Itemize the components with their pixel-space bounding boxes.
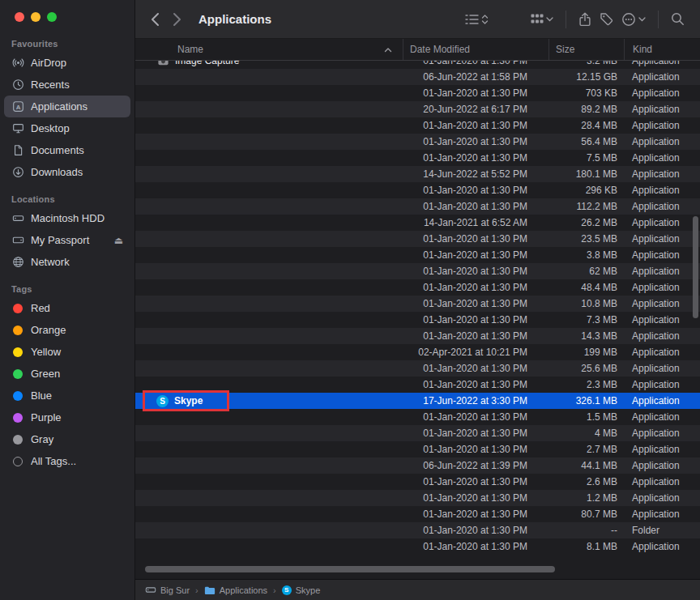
table-row[interactable]: 01-Jan-2020 at 1:30 PM62 MBApplication bbox=[135, 263, 700, 279]
sidebar-item-airdrop[interactable]: AirDrop bbox=[4, 52, 130, 74]
cell-size: 28.4 MB bbox=[548, 120, 624, 131]
table-row[interactable]: 01-Jan-2020 at 1:30 PM80.7 MBApplication bbox=[135, 506, 700, 522]
sidebar-item-recents[interactable]: Recents bbox=[4, 74, 130, 96]
cell-kind: Application bbox=[624, 217, 700, 228]
table-row[interactable]: 01-Jan-2020 at 1:30 PM7.3 MBApplication bbox=[135, 312, 700, 328]
table-row-image-capture[interactable]: Image Capture01-Jan-2020 at 1:30 PM3.2 M… bbox=[135, 61, 700, 69]
sidebar-item-macintosh-hdd[interactable]: Macintosh HDD bbox=[4, 207, 130, 229]
close-button[interactable] bbox=[15, 12, 24, 22]
group-button[interactable] bbox=[527, 11, 557, 28]
cell-name bbox=[135, 328, 403, 344]
sidebar-item-documents[interactable]: Documents bbox=[4, 139, 130, 161]
table-row[interactable]: 01-Jan-2020 at 1:30 PM1.5 MBApplication bbox=[135, 409, 700, 425]
cell-size: 3.8 MB bbox=[548, 249, 624, 261]
table-row[interactable]: 01-Jan-2020 at 1:30 PM8.1 MBApplication bbox=[135, 538, 700, 555]
sidebar-item-blue[interactable]: Blue bbox=[4, 385, 130, 406]
more-options-button[interactable] bbox=[617, 9, 650, 30]
cell-kind: Application bbox=[624, 87, 700, 99]
sidebar-item-label: Network bbox=[31, 256, 123, 268]
column-header-kind[interactable]: Kind bbox=[624, 39, 700, 60]
table-row[interactable]: 01-Jan-2020 at 1:30 PM703 KBApplication bbox=[135, 85, 700, 101]
eject-icon[interactable]: ⏏ bbox=[114, 235, 123, 246]
path-separator-icon: › bbox=[195, 585, 198, 595]
table-row[interactable]: 01-Jan-2020 at 1:30 PM1.2 MBApplication bbox=[135, 490, 700, 506]
document-icon bbox=[11, 144, 24, 157]
table-row[interactable]: 14-Jun-2022 at 5:52 PM180.1 MBApplicatio… bbox=[135, 166, 700, 182]
table-row[interactable]: 01-Jan-2020 at 1:30 PM23.5 MBApplication bbox=[135, 231, 700, 247]
table-row[interactable]: 01-Jan-2020 at 1:30 PM3.8 MBApplication bbox=[135, 247, 700, 263]
sidebar-item-yellow[interactable]: Yellow bbox=[4, 341, 130, 363]
column-header-name[interactable]: Name bbox=[135, 39, 403, 60]
cell-kind: Application bbox=[624, 541, 700, 552]
vertical-scrollbar-thumb[interactable] bbox=[693, 216, 698, 318]
table-row[interactable]: 01-Jan-2020 at 1:30 PM112.2 MBApplicatio… bbox=[135, 198, 700, 215]
cell-name bbox=[135, 312, 403, 328]
path-item-big-sur[interactable]: Big Sur bbox=[145, 585, 190, 596]
table-row[interactable]: 02-Apr-2021 at 10:21 PM199 MBApplication bbox=[135, 344, 700, 360]
cell-name bbox=[135, 296, 403, 312]
folder-icon bbox=[204, 585, 216, 596]
cell-kind: Application bbox=[624, 201, 700, 212]
cell-date-modified: 20-Jun-2022 at 6:17 PM bbox=[403, 104, 548, 115]
table-row[interactable]: 01-Jan-2020 at 1:30 PM2.6 MBApplication bbox=[135, 474, 700, 490]
table-row[interactable]: 01-Jan-2020 at 1:30 PM56.4 MBApplication bbox=[135, 134, 700, 150]
zoom-button[interactable] bbox=[47, 12, 57, 22]
column-header-date-modified[interactable]: Date Modified bbox=[403, 39, 548, 60]
table-row[interactable]: 06-Jun-2022 at 1:58 PM12.15 GBApplicatio… bbox=[135, 69, 700, 85]
table-row[interactable]: 01-Jan-2020 at 1:30 PM2.3 MBApplication bbox=[135, 377, 700, 393]
tag-color-dot bbox=[13, 369, 23, 379]
table-row[interactable]: 01-Jan-2020 at 1:30 PM10.8 MBApplication bbox=[135, 296, 700, 312]
cell-name bbox=[135, 117, 403, 134]
table-row[interactable]: 01-Jan-2020 at 1:30 PM48.4 MBApplication bbox=[135, 279, 700, 296]
cell-date-modified: 01-Jan-2020 at 1:30 PM bbox=[403, 541, 548, 552]
table-row[interactable]: 01-Jan-2020 at 1:30 PM14.3 MBApplication bbox=[135, 328, 700, 344]
sidebar-item-applications[interactable]: AApplications bbox=[4, 96, 130, 117]
view-list-button[interactable] bbox=[461, 11, 493, 28]
share-button[interactable] bbox=[574, 9, 595, 30]
sidebar-item-gray[interactable]: Gray bbox=[4, 428, 130, 450]
cell-size: 23.5 MB bbox=[548, 233, 624, 245]
skype-icon: S bbox=[156, 395, 169, 407]
cell-date-modified: 01-Jan-2020 at 1:30 PM bbox=[403, 363, 548, 374]
sidebar-item-orange[interactable]: Orange bbox=[4, 319, 130, 341]
table-row[interactable]: 01-Jan-2020 at 1:30 PM2.7 MBApplication bbox=[135, 441, 700, 457]
sidebar-item-purple[interactable]: Purple bbox=[4, 406, 130, 428]
sidebar-item-downloads[interactable]: Downloads bbox=[4, 161, 130, 183]
sidebar-item-all-tags[interactable]: All Tags... bbox=[4, 450, 130, 472]
table-row-skype[interactable]: SSkype17-Jun-2022 at 3:30 PM326.1 MBAppl… bbox=[135, 393, 700, 409]
horizontal-scrollbar-thumb[interactable] bbox=[145, 566, 555, 572]
table-row[interactable]: 01-Jan-2020 at 1:30 PM--Folder bbox=[135, 522, 700, 538]
cell-date-modified: 01-Jan-2020 at 1:30 PM bbox=[403, 411, 548, 423]
sidebar-item-green[interactable]: Green bbox=[4, 363, 130, 385]
minimize-button[interactable] bbox=[31, 12, 41, 22]
cell-kind: Application bbox=[624, 136, 700, 147]
sidebar-item-my-passport[interactable]: My Passport⏏ bbox=[4, 229, 130, 251]
table-row[interactable]: 01-Jan-2020 at 1:30 PM7.5 MBApplication bbox=[135, 150, 700, 166]
back-button[interactable] bbox=[147, 9, 164, 30]
cell-kind: Application bbox=[624, 460, 700, 471]
table-row[interactable]: 20-Jun-2022 at 6:17 PM89.2 MBApplication bbox=[135, 101, 700, 117]
sidebar-item-red[interactable]: Red bbox=[4, 297, 130, 319]
search-button[interactable] bbox=[667, 9, 689, 29]
tags-button[interactable] bbox=[595, 9, 617, 29]
path-item-skype[interactable]: SSkype bbox=[282, 585, 321, 595]
table-row[interactable]: 01-Jan-2020 at 1:30 PM296 KBApplication bbox=[135, 182, 700, 198]
table-row[interactable]: 06-Jun-2022 at 1:39 PM44.1 MBApplication bbox=[135, 457, 700, 474]
table-row[interactable]: 01-Jan-2020 at 1:30 PM4 MBApplication bbox=[135, 425, 700, 441]
sidebar-item-label: Purple bbox=[31, 411, 123, 423]
forward-button[interactable] bbox=[169, 9, 186, 30]
sidebar-item-network[interactable]: Network bbox=[4, 251, 130, 273]
sidebar-item-desktop[interactable]: Desktop bbox=[4, 117, 130, 139]
cell-kind: Application bbox=[624, 395, 700, 406]
column-header-size[interactable]: Size bbox=[548, 39, 624, 60]
table-row[interactable]: 14-Jan-2021 at 6:52 AM26.2 MBApplication bbox=[135, 215, 700, 231]
table-row[interactable]: 01-Jan-2020 at 1:30 PM28.4 MBApplication bbox=[135, 117, 700, 134]
sidebar-item-label: AirDrop bbox=[31, 57, 123, 69]
chevron-right-icon bbox=[173, 12, 181, 27]
cell-name bbox=[135, 506, 403, 522]
sort-updown-chevrons-icon bbox=[481, 14, 489, 25]
table-row[interactable]: 01-Jan-2020 at 1:30 PM25.6 MBApplication bbox=[135, 360, 700, 377]
globe-icon bbox=[11, 256, 24, 269]
path-item-applications[interactable]: Applications bbox=[204, 585, 267, 596]
file-name: Skype bbox=[174, 395, 203, 406]
